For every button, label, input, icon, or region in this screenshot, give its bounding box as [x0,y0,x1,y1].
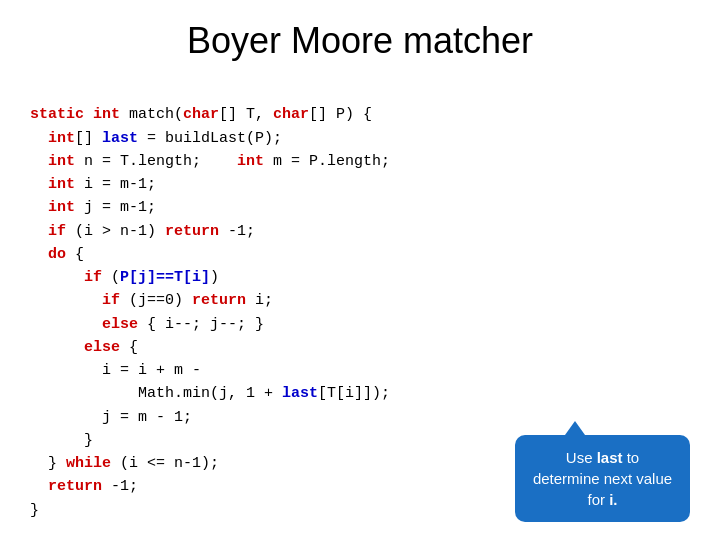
slide: Boyer Moore matcher static int match(cha… [0,0,720,540]
code-line-2: int[] last = buildLast(P); [30,130,282,147]
code-line-7: do { [30,246,84,263]
code-line-14: j = m - 1; [30,409,192,426]
slide-title: Boyer Moore matcher [30,20,690,62]
code-line-10: else { i--; j--; } [30,316,264,333]
tooltip-bubble: Use last to determine next value for i. [515,435,690,522]
tooltip-bold-i: i. [609,491,617,508]
code-line-12: i = i + m - [30,362,201,379]
code-line-11: else { [30,339,138,356]
code-line-9: if (j==0) return i; [30,292,273,309]
code-line-4: int i = m-1; [30,176,156,193]
code-line-13: Math.min(j, 1 + last[T[i]]); [30,385,390,402]
code-line-18: } [30,502,39,519]
code-line-15: } [30,432,93,449]
code-line-8: if (P[j]==T[i]) [30,269,219,286]
code-line-1: static int match(char[] T, char[] P) { [30,106,372,123]
code-line-3: int n = T.length; int m = P.length; [30,153,390,170]
code-line-6: if (i > n-1) return -1; [30,223,255,240]
code-line-16: } while (i <= n-1); [30,455,219,472]
code-line-5: int j = m-1; [30,199,156,216]
code-line-17: return -1; [30,478,138,495]
tooltip-bold-last: last [597,449,623,466]
